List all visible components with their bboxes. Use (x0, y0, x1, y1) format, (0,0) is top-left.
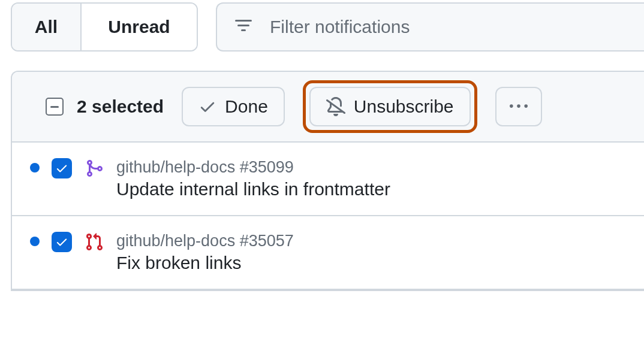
kebab-icon (510, 98, 528, 116)
repo-name: github/help-docs (116, 158, 235, 176)
notification-title: Update internal links in frontmatter (116, 179, 390, 199)
item-body: github/help-docs #35057 Fix broken links (116, 232, 294, 273)
more-actions-button[interactable] (495, 87, 542, 126)
tab-all[interactable]: All (12, 4, 82, 50)
selection-toolbar: 2 selected Done Unsubscribe (12, 72, 644, 143)
repo-line: github/help-docs #35099 (116, 158, 390, 177)
notifications-panel: 2 selected Done Unsubscribe (11, 71, 644, 291)
unsubscribe-label: Unsubscribe (354, 96, 454, 117)
item-checkbox[interactable] (52, 158, 72, 178)
select-all-checkbox[interactable] (46, 98, 64, 116)
git-pull-request-icon (84, 232, 104, 252)
unsubscribe-button[interactable]: Unsubscribe (309, 87, 471, 126)
check-icon (198, 98, 216, 116)
notification-item[interactable]: github/help-docs #35057 Fix broken links (12, 216, 644, 290)
git-merge-icon (84, 158, 104, 178)
repo-line: github/help-docs #35057 (116, 232, 294, 250)
item-checkbox[interactable] (52, 232, 72, 252)
filter-input[interactable] (269, 16, 627, 38)
filter-wrap (216, 2, 644, 52)
top-row: All Unread (11, 2, 644, 52)
filter-icon (234, 17, 253, 37)
unsubscribe-highlight: Unsubscribe (303, 80, 477, 133)
unread-dot (30, 237, 40, 246)
bell-slash-icon (326, 97, 345, 116)
done-button[interactable]: Done (182, 87, 285, 126)
done-label: Done (225, 96, 268, 117)
tab-unread[interactable]: Unread (82, 4, 197, 50)
notification-title: Fix broken links (116, 253, 294, 273)
item-body: github/help-docs #35099 Update internal … (116, 158, 390, 199)
view-tabs: All Unread (11, 2, 198, 52)
issue-number: #35057 (240, 232, 294, 250)
notifications-page: All Unread 2 selected Done (0, 0, 644, 339)
select-all-wrap: 2 selected (46, 96, 164, 117)
repo-name: github/help-docs (116, 232, 235, 250)
notification-item[interactable]: github/help-docs #35099 Update internal … (12, 143, 644, 216)
issue-number: #35099 (240, 158, 294, 176)
selected-count: 2 selected (77, 96, 164, 117)
unread-dot (30, 163, 40, 172)
